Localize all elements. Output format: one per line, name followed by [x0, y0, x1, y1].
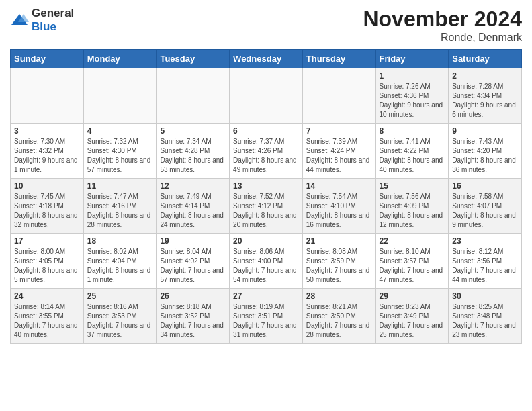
day-info: Sunrise: 7:52 AM Sunset: 4:12 PM Dayligh… — [233, 192, 299, 230]
calendar-cell: 19Sunrise: 8:04 AM Sunset: 4:02 PM Dayli… — [157, 234, 230, 289]
page-header: General Blue November 2024 Ronde, Denmar… — [10, 7, 522, 44]
day-info: Sunrise: 7:58 AM Sunset: 4:07 PM Dayligh… — [452, 192, 518, 230]
day-info: Sunrise: 7:49 AM Sunset: 4:14 PM Dayligh… — [160, 192, 226, 230]
day-info: Sunrise: 7:56 AM Sunset: 4:09 PM Dayligh… — [380, 192, 445, 230]
day-number: 27 — [233, 291, 299, 301]
calendar-cell: 15Sunrise: 7:56 AM Sunset: 4:09 PM Dayli… — [375, 179, 449, 234]
week-row-2: 3Sunrise: 7:30 AM Sunset: 4:32 PM Daylig… — [11, 124, 522, 179]
day-number: 14 — [306, 181, 372, 191]
day-number: 18 — [87, 236, 153, 246]
day-number: 21 — [306, 236, 372, 246]
header-day-monday: Monday — [83, 50, 157, 68]
calendar-header: SundayMondayTuesdayWednesdayThursdayFrid… — [11, 50, 522, 68]
calendar-cell — [83, 68, 157, 124]
day-info: Sunrise: 8:19 AM Sunset: 3:51 PM Dayligh… — [233, 302, 299, 340]
calendar-cell: 23Sunrise: 8:12 AM Sunset: 3:56 PM Dayli… — [449, 234, 522, 289]
day-info: Sunrise: 8:25 AM Sunset: 3:48 PM Dayligh… — [452, 302, 518, 340]
header-row: SundayMondayTuesdayWednesdayThursdayFrid… — [11, 50, 522, 68]
day-info: Sunrise: 7:39 AM Sunset: 4:24 PM Dayligh… — [306, 137, 372, 175]
calendar-cell: 9Sunrise: 7:43 AM Sunset: 4:20 PM Daylig… — [449, 124, 522, 179]
day-number: 29 — [380, 291, 445, 301]
day-number: 30 — [452, 291, 518, 301]
day-info: Sunrise: 7:34 AM Sunset: 4:28 PM Dayligh… — [160, 137, 226, 175]
day-info: Sunrise: 8:21 AM Sunset: 3:50 PM Dayligh… — [306, 302, 372, 340]
calendar-cell: 25Sunrise: 8:16 AM Sunset: 3:53 PM Dayli… — [83, 289, 157, 344]
calendar-cell: 20Sunrise: 8:06 AM Sunset: 4:00 PM Dayli… — [230, 234, 303, 289]
day-info: Sunrise: 8:16 AM Sunset: 3:53 PM Dayligh… — [87, 302, 153, 340]
day-number: 8 — [380, 126, 445, 136]
day-info: Sunrise: 7:41 AM Sunset: 4:22 PM Dayligh… — [380, 137, 445, 175]
day-info: Sunrise: 8:06 AM Sunset: 4:00 PM Dayligh… — [233, 247, 299, 285]
day-number: 4 — [87, 126, 153, 136]
day-info: Sunrise: 7:47 AM Sunset: 4:16 PM Dayligh… — [87, 192, 153, 230]
calendar-cell: 3Sunrise: 7:30 AM Sunset: 4:32 PM Daylig… — [11, 124, 84, 179]
day-number: 22 — [380, 236, 445, 246]
header-day-saturday: Saturday — [449, 50, 522, 68]
logo-blue: Blue — [32, 20, 56, 33]
calendar-table: SundayMondayTuesdayWednesdayThursdayFrid… — [10, 49, 522, 344]
day-info: Sunrise: 7:26 AM Sunset: 4:36 PM Dayligh… — [380, 82, 445, 120]
calendar-cell: 7Sunrise: 7:39 AM Sunset: 4:24 PM Daylig… — [302, 124, 375, 179]
day-info: Sunrise: 8:18 AM Sunset: 3:52 PM Dayligh… — [160, 302, 226, 340]
day-number: 2 — [452, 71, 518, 81]
calendar-cell: 27Sunrise: 8:19 AM Sunset: 3:51 PM Dayli… — [230, 289, 303, 344]
calendar-cell: 5Sunrise: 7:34 AM Sunset: 4:28 PM Daylig… — [157, 124, 230, 179]
calendar-body: 1Sunrise: 7:26 AM Sunset: 4:36 PM Daylig… — [11, 68, 522, 344]
header-day-tuesday: Tuesday — [157, 50, 230, 68]
day-number: 7 — [306, 126, 372, 136]
day-info: Sunrise: 7:45 AM Sunset: 4:18 PM Dayligh… — [14, 192, 80, 230]
day-info: Sunrise: 8:02 AM Sunset: 4:04 PM Dayligh… — [87, 247, 153, 285]
month-title: November 2024 — [363, 7, 522, 32]
day-number: 3 — [14, 126, 80, 136]
calendar-cell: 22Sunrise: 8:10 AM Sunset: 3:57 PM Dayli… — [375, 234, 449, 289]
calendar-cell — [157, 68, 230, 124]
day-number: 10 — [14, 181, 80, 191]
calendar-cell — [230, 68, 303, 124]
location: Ronde, Denmark — [363, 32, 522, 44]
day-info: Sunrise: 8:12 AM Sunset: 3:56 PM Dayligh… — [452, 247, 518, 285]
day-number: 17 — [14, 236, 80, 246]
header-day-wednesday: Wednesday — [230, 50, 303, 68]
calendar-cell: 28Sunrise: 8:21 AM Sunset: 3:50 PM Dayli… — [302, 289, 375, 344]
day-number: 15 — [380, 181, 445, 191]
calendar-cell: 24Sunrise: 8:14 AM Sunset: 3:55 PM Dayli… — [11, 289, 84, 344]
calendar-cell: 13Sunrise: 7:52 AM Sunset: 4:12 PM Dayli… — [230, 179, 303, 234]
day-info: Sunrise: 7:30 AM Sunset: 4:32 PM Dayligh… — [14, 137, 80, 175]
day-number: 20 — [233, 236, 299, 246]
calendar-cell: 16Sunrise: 7:58 AM Sunset: 4:07 PM Dayli… — [449, 179, 522, 234]
calendar-cell: 26Sunrise: 8:18 AM Sunset: 3:52 PM Dayli… — [157, 289, 230, 344]
day-info: Sunrise: 7:28 AM Sunset: 4:34 PM Dayligh… — [452, 82, 518, 120]
logo-general: General — [32, 7, 74, 19]
day-info: Sunrise: 8:04 AM Sunset: 4:02 PM Dayligh… — [160, 247, 226, 285]
header-day-thursday: Thursday — [302, 50, 375, 68]
week-row-4: 17Sunrise: 8:00 AM Sunset: 4:05 PM Dayli… — [11, 234, 522, 289]
day-number: 26 — [160, 291, 226, 301]
calendar-cell — [302, 68, 375, 124]
calendar-cell: 10Sunrise: 7:45 AM Sunset: 4:18 PM Dayli… — [11, 179, 84, 234]
day-number: 16 — [452, 181, 518, 191]
day-info: Sunrise: 7:43 AM Sunset: 4:20 PM Dayligh… — [452, 137, 518, 175]
calendar-cell: 6Sunrise: 7:37 AM Sunset: 4:26 PM Daylig… — [230, 124, 303, 179]
day-number: 5 — [160, 126, 226, 136]
day-number: 9 — [452, 126, 518, 136]
day-info: Sunrise: 7:37 AM Sunset: 4:26 PM Dayligh… — [233, 137, 299, 175]
calendar-cell: 8Sunrise: 7:41 AM Sunset: 4:22 PM Daylig… — [375, 124, 449, 179]
calendar-cell: 30Sunrise: 8:25 AM Sunset: 3:48 PM Dayli… — [449, 289, 522, 344]
day-info: Sunrise: 8:08 AM Sunset: 3:59 PM Dayligh… — [306, 247, 372, 285]
logo: General Blue — [10, 7, 74, 34]
day-info: Sunrise: 8:14 AM Sunset: 3:55 PM Dayligh… — [14, 302, 80, 340]
day-number: 13 — [233, 181, 299, 191]
week-row-1: 1Sunrise: 7:26 AM Sunset: 4:36 PM Daylig… — [11, 68, 522, 124]
calendar-cell — [11, 68, 84, 124]
calendar-cell: 14Sunrise: 7:54 AM Sunset: 4:10 PM Dayli… — [302, 179, 375, 234]
calendar-cell: 18Sunrise: 8:02 AM Sunset: 4:04 PM Dayli… — [83, 234, 157, 289]
day-info: Sunrise: 8:00 AM Sunset: 4:05 PM Dayligh… — [14, 247, 80, 285]
day-number: 12 — [160, 181, 226, 191]
day-number: 28 — [306, 291, 372, 301]
calendar-cell: 1Sunrise: 7:26 AM Sunset: 4:36 PM Daylig… — [375, 68, 449, 124]
calendar-cell: 11Sunrise: 7:47 AM Sunset: 4:16 PM Dayli… — [83, 179, 157, 234]
day-info: Sunrise: 7:32 AM Sunset: 4:30 PM Dayligh… — [87, 137, 153, 175]
calendar-cell: 2Sunrise: 7:28 AM Sunset: 4:34 PM Daylig… — [449, 68, 522, 124]
calendar-cell: 17Sunrise: 8:00 AM Sunset: 4:05 PM Dayli… — [11, 234, 84, 289]
day-number: 19 — [160, 236, 226, 246]
